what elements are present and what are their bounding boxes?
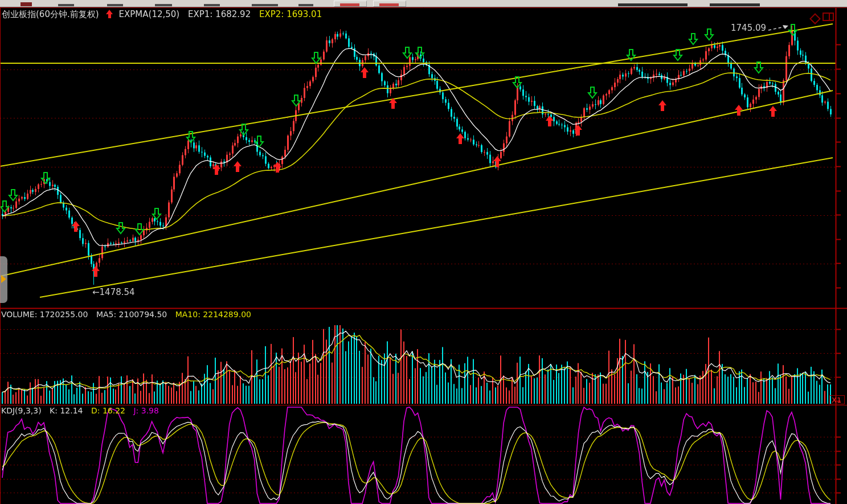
chart-title: 创业板指(60分钟.前复权) <box>2 9 99 19</box>
split-window-icon[interactable] <box>823 13 834 21</box>
exp2-value: EXP2: 1693.01 <box>259 9 322 19</box>
menu-item[interactable] <box>298 4 313 6</box>
chart-canvas[interactable] <box>0 0 847 504</box>
trading-app-window: 创业板指(60分钟.前复权)EXPMA(12,50) EXP1: 1682.92… <box>0 0 847 504</box>
sidebar-expand-handle[interactable] <box>0 256 7 303</box>
indicator-label[interactable]: EXPMA(12,50) <box>119 9 180 19</box>
high-price-annotation: 1745.09 <box>731 23 766 33</box>
volume-ma5: MA5: 2100794.50 <box>96 310 167 319</box>
volume-value[interactable]: VOLUME: 1720255.00 <box>1 310 88 319</box>
menu-item[interactable] <box>155 4 172 6</box>
menu-button-red-2[interactable] <box>373 1 406 7</box>
kdj-label[interactable]: KDJ(9,3,3) <box>1 406 42 415</box>
red-up-arrow-icon <box>106 10 113 18</box>
menu-right-text <box>710 3 760 6</box>
menu-right-text <box>618 3 688 6</box>
volume-ma10: MA10: 2214289.00 <box>175 310 251 319</box>
menu-button-red-1[interactable] <box>334 1 367 7</box>
kdj-j-value: J: 3.98 <box>133 406 158 415</box>
menu-item[interactable] <box>107 4 123 6</box>
kdj-d-value: D: 16.22 <box>91 406 125 415</box>
kdj-k-value: K: 12.14 <box>50 406 83 415</box>
menu-item[interactable] <box>58 4 74 6</box>
menu-bar <box>0 0 847 7</box>
low-price-annotation: ←1478.54 <box>92 287 135 297</box>
menu-item[interactable] <box>204 4 220 6</box>
volume-panel-header: VOLUME: 1720255.00 MA5: 2100794.50 MA10:… <box>1 310 257 319</box>
menu-item[interactable] <box>252 4 278 6</box>
app-logo-icon[interactable] <box>21 2 32 6</box>
main-chart-header: 创业板指(60分钟.前复权)EXPMA(12,50) EXP1: 1682.92… <box>2 9 328 20</box>
panel-badge[interactable]: X1 <box>829 395 845 404</box>
exp1-value: EXP1: 1682.92 <box>188 9 251 19</box>
kdj-panel-header: KDJ(9,3,3) K: 12.14 D: 16.22 J: 3.98 <box>1 406 165 415</box>
